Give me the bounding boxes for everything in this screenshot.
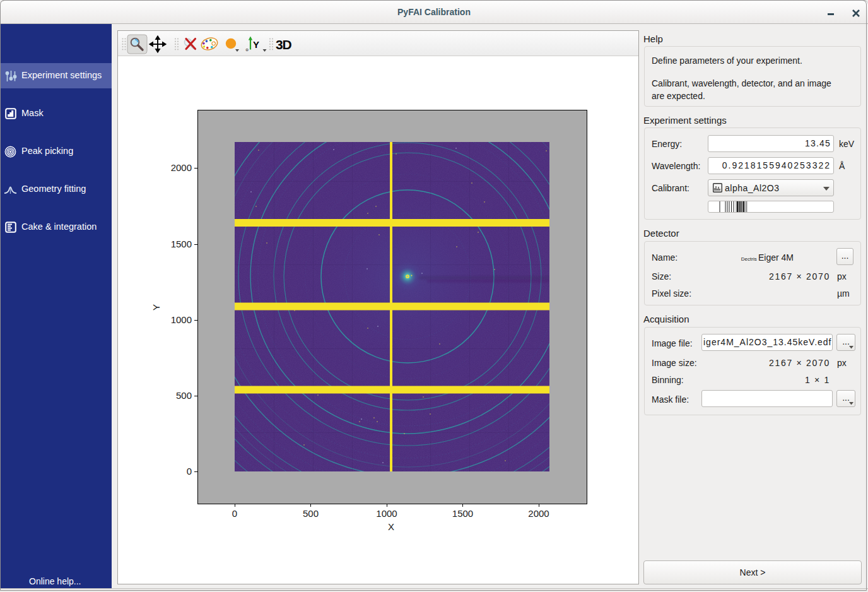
svg-text:0: 0 [187, 466, 192, 477]
svg-text:0: 0 [232, 508, 237, 519]
svg-text:3D: 3D [276, 37, 291, 52]
svg-text:Y: Y [253, 39, 259, 50]
svg-text:1000: 1000 [376, 508, 397, 519]
svg-text:1500: 1500 [171, 239, 192, 249]
svg-text:X: X [388, 521, 394, 532]
svg-text:500: 500 [176, 390, 192, 401]
svg-text:2000: 2000 [171, 162, 192, 173]
svg-text:2000: 2000 [528, 508, 549, 519]
svg-text:o: o [246, 47, 249, 52]
svg-text:1000: 1000 [171, 314, 192, 325]
svg-text:1500: 1500 [452, 508, 473, 519]
svg-text:Y: Y [151, 304, 161, 311]
svg-text:500: 500 [303, 508, 319, 519]
